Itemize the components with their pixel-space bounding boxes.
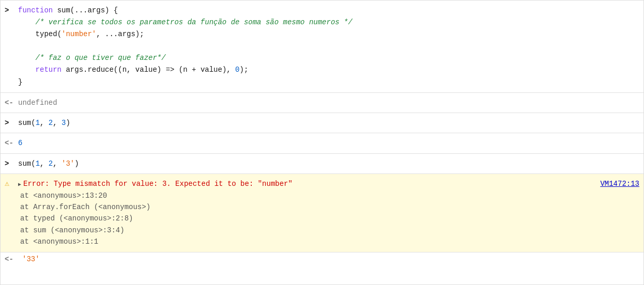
number-output-value: 6 <box>18 137 22 149</box>
sum-call-1-line: > sum(1, 2, 3) <box>1 116 643 130</box>
output-prompt-1: <- <box>5 97 14 108</box>
undefined-output-block: <- undefined <box>1 93 643 113</box>
error-text: Error: Type mismatch for value: 3. Expec… <box>23 180 293 188</box>
sum-call-2-block: > sum(1, 2, '3') <box>1 154 643 174</box>
sum-call-2-code: sum(1, 2, '3') <box>18 158 79 169</box>
error-content: ▶Error: Type mismatch for value: 3. Expe… <box>18 178 639 247</box>
sum-call-2-line: > sum(1, 2, '3') <box>1 157 643 170</box>
input-prompt-3: > <box>5 158 14 169</box>
string-output-block: <- '33' <box>1 252 643 266</box>
error-stack: at <anonymous>:13:20 at Array.forEach (<… <box>18 190 639 248</box>
console-panel: > function sum(...args) { /* verifica se… <box>0 0 644 285</box>
stack-line-4: at sum (<anonymous>:3:4) <box>20 225 639 236</box>
output-prompt-2: <- <box>5 137 14 149</box>
string-literal-number: 'number' <box>62 30 96 38</box>
string-output-value: '33' <box>22 254 40 265</box>
keyword-return: return <box>36 66 62 74</box>
input-prompt-2: > <box>5 117 14 129</box>
comment-2: /* faz o que tiver que fazer*/ <box>36 54 166 62</box>
code-content: function sum(...args) { /* verifica se t… <box>18 5 639 88</box>
stack-line-2: at Array.forEach (<anonymous>) <box>20 201 639 213</box>
stack-line-5: at <anonymous>:1:1 <box>20 236 639 247</box>
error-block: ⚠ ▶Error: Type mismatch for value: 3. Ex… <box>1 174 643 252</box>
number-output-block: <- 6 <box>1 133 643 153</box>
error-header: ▶Error: Type mismatch for value: 3. Expe… <box>18 178 639 189</box>
undefined-output-line: <- undefined <box>1 96 643 109</box>
output-prompt-3: <- <box>5 254 14 265</box>
typed-call: typed <box>36 30 57 38</box>
function-name: sum <box>57 6 70 14</box>
error-main-line: ⚠ ▶Error: Type mismatch for value: 3. Ex… <box>1 177 643 248</box>
undefined-value: undefined <box>18 97 57 108</box>
error-message: ▶Error: Type mismatch for value: 3. Expe… <box>18 178 293 189</box>
error-location[interactable]: VM1472:13 <box>600 178 639 189</box>
stack-line-3: at typed (<anonymous>:2:8) <box>20 213 639 224</box>
sum-call-1-code: sum(1, 2, 3) <box>18 117 70 129</box>
sum-call-1-block: > sum(1, 2, 3) <box>1 113 643 133</box>
number-output-line: <- 6 <box>1 136 643 150</box>
code-input-line: > function sum(...args) { /* verifica se… <box>1 4 643 89</box>
keyword-function: function <box>18 6 53 14</box>
code-input-block: > function sum(...args) { /* verifica se… <box>1 1 643 93</box>
stack-line-1: at <anonymous>:13:20 <box>20 190 639 201</box>
number-zero: 0 <box>235 66 239 74</box>
warning-icon: ⚠ <box>5 178 14 191</box>
collapse-icon[interactable]: ▶ <box>18 181 21 189</box>
input-prompt: > <box>5 5 14 16</box>
comment-1: /* verifica se todos os parametros da fu… <box>36 18 352 26</box>
